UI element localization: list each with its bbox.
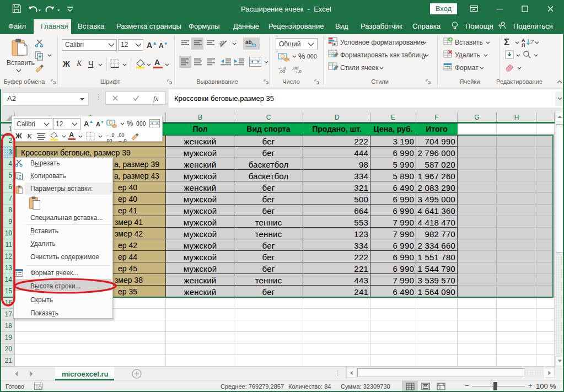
svg-text:fx: fx (153, 94, 159, 103)
svg-text:≠: ≠ (334, 41, 336, 46)
svg-text:→,0: →,0 (293, 69, 302, 74)
svg-text:ab: ab (245, 39, 252, 45)
svg-text:,00: ,00 (279, 69, 286, 74)
svg-text:Я: Я (522, 42, 525, 48)
